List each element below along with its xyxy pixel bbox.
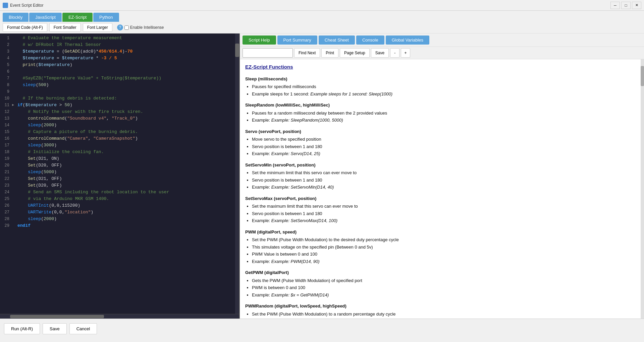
- table-row: 22 Set(D21, OFF): [0, 176, 239, 182]
- vertical-scrollbar[interactable]: [235, 33, 239, 314]
- cancel-button[interactable]: Cancel: [69, 323, 97, 334]
- help-section-setservomax: SetServoMax (servoPort, position): [245, 195, 639, 202]
- search-toolbar: Find Next Print Page Setup Save - +: [240, 47, 644, 59]
- table-row: 18 # Initialize the cooling fan.: [0, 149, 239, 155]
- font-larger-button[interactable]: Font Larger: [83, 23, 112, 32]
- editor-toolbar: Format Code (Alt-F) Font Smaller Font La…: [0, 22, 644, 33]
- help-bullets-pwm: Set the PWM (Pulse Width Modulation) to …: [252, 236, 639, 265]
- table-row: 27 UARTWrite(0,0,"location"): [0, 209, 239, 216]
- table-row: 20 Set(D20, OFF): [0, 162, 239, 169]
- title-bar-controls: ─ □ ✕: [610, 2, 641, 9]
- tab-port-summary[interactable]: Port Summary: [277, 36, 317, 45]
- save-bottom-button[interactable]: Save: [43, 323, 67, 334]
- table-row: 15 # Capture a picture of the burning de…: [0, 129, 239, 135]
- table-row: 1 # Evaluate the temperature measurement: [0, 35, 239, 42]
- zoom-in-button[interactable]: +: [401, 48, 410, 58]
- table-row: 14 sleep(2000): [0, 122, 239, 129]
- help-bullets-sleep: Pauses for specified milliseconds Exampl…: [252, 83, 639, 97]
- help-content-wrapper: EZ-Script Functions Sleep (milliseconds)…: [240, 59, 644, 319]
- tab-python[interactable]: Python: [93, 13, 119, 22]
- help-section-setservomin: SetServoMin (servoPort, position): [245, 162, 639, 168]
- intellisense-checkbox[interactable]: [124, 25, 129, 30]
- table-row: 19 Set(D21, ON): [0, 155, 239, 162]
- table-row: 7 #SayEZB("Temperature Value" + ToString…: [0, 75, 239, 82]
- help-content: EZ-Script Functions Sleep (milliseconds)…: [240, 59, 644, 319]
- main-layout: 1 # Evaluate the temperature measurement…: [0, 33, 644, 319]
- print-button[interactable]: Print: [321, 48, 338, 58]
- tab-blockly[interactable]: Blockly: [3, 13, 29, 22]
- save-button[interactable]: Save: [371, 48, 389, 58]
- font-smaller-button[interactable]: Font Smaller: [49, 23, 81, 32]
- code-area[interactable]: 1 # Evaluate the temperature measurement…: [0, 33, 239, 314]
- table-row: 9: [0, 88, 239, 95]
- tab-ezscript[interactable]: EZ-Script: [62, 13, 93, 22]
- zoom-out-button[interactable]: -: [390, 48, 399, 58]
- bottom-bar: Run (Alt-R) Save Cancel: [0, 319, 644, 339]
- title-bar-text: Event Script Editor: [10, 3, 43, 8]
- table-row: 11 ▶ if($temperature > 50): [0, 102, 239, 109]
- help-bullets-setservomin: Set the minimum limit that this servo ca…: [252, 169, 639, 191]
- help-circle-icon[interactable]: ?: [117, 24, 123, 30]
- title-bar: Event Script Editor ─ □ ✕: [0, 0, 644, 11]
- horizontal-scrollbar-thumb[interactable]: [10, 315, 104, 318]
- search-input[interactable]: [243, 48, 293, 58]
- tab-cheat-sheet[interactable]: Cheat Sheet: [319, 36, 355, 45]
- help-section-sleeprandom: SleepRandom (lowMilliSec, highMilliSec): [245, 102, 639, 109]
- editor-panel[interactable]: 1 # Evaluate the temperature measurement…: [0, 33, 240, 319]
- table-row: 25 # via the Arduino MKR GSM 1400.: [0, 196, 239, 202]
- table-row: 23 Set(D20, OFF): [0, 182, 239, 189]
- table-row: 29 endif: [0, 222, 239, 229]
- intellisense-section: ? Enable Intellisense: [117, 24, 164, 30]
- help-title: EZ-Script Functions: [245, 63, 639, 71]
- vertical-scrollbar-thumb[interactable]: [235, 44, 239, 57]
- table-row: 26 UARTInit(0,0,115200): [0, 202, 239, 209]
- tab-script-help[interactable]: Script Help: [243, 36, 276, 45]
- table-row: 16 controlCommand("Camera", "CameraSnaps…: [0, 135, 239, 142]
- help-bullets-sleeprandom: Pauses for a random millisecond delay be…: [252, 110, 639, 124]
- table-row: 3 $temperature = (GetADC(adc0)*450/614.4…: [0, 48, 239, 55]
- right-toolbar: Script Help Port Summary Cheat Sheet Con…: [240, 33, 644, 47]
- intellisense-label-text: Enable Intellisense: [130, 25, 164, 30]
- help-section-pwm: PWM (digitalPort, speed): [245, 229, 639, 235]
- minimize-button[interactable]: ─: [610, 2, 620, 9]
- right-panel: Script Help Port Summary Cheat Sheet Con…: [240, 33, 644, 319]
- table-row: 2 # w/ DFRobot IR Thermal Sensor: [0, 42, 239, 48]
- help-section-pwmrandom: PWMRandom (digitalPort, lowSpeed, highSp…: [245, 303, 639, 310]
- find-next-button[interactable]: Find Next: [294, 48, 320, 58]
- table-row: 8 sleep(500): [0, 82, 239, 88]
- help-bullets-setservomax: Set the maximum limit that this servo ca…: [252, 203, 639, 224]
- table-row: 4 $temperature = $temperature * -3 / 5: [0, 55, 239, 62]
- help-bullets-pwmrandom: Set the PWM (Pulse Width Modulation) to …: [252, 311, 639, 319]
- horizontal-scrollbar[interactable]: [0, 314, 239, 319]
- table-row: 6: [0, 68, 239, 75]
- run-button[interactable]: Run (Alt-R): [4, 323, 40, 334]
- help-bullets-getpwm: Gets the PWM (Pulse Width Modulation) of…: [252, 277, 639, 298]
- help-section-getpwm: GetPWM (digitalPort): [245, 269, 639, 276]
- format-code-button[interactable]: Format Code (Alt-F): [3, 23, 47, 32]
- right-panel-scrollbar-thumb[interactable]: [641, 66, 644, 86]
- table-row: 17 sleep(3000): [0, 142, 239, 149]
- tab-console[interactable]: Console: [356, 36, 384, 45]
- help-section-servo: Servo (servoPort, position): [245, 128, 639, 135]
- table-row: 10 # If the burning debris is detected:: [0, 95, 239, 102]
- table-row: 21 sleep(5000): [0, 169, 239, 176]
- app-icon: [3, 3, 8, 8]
- tab-javascript[interactable]: JavaScript: [29, 13, 62, 22]
- tab-global-variables[interactable]: Global Variables: [386, 36, 429, 45]
- language-tabs: Blockly JavaScript EZ-Script Python: [0, 11, 644, 22]
- table-row: 5 print($temperature): [0, 62, 239, 68]
- help-section-sleep: Sleep (milliseconds): [245, 76, 639, 82]
- help-bullets-servo: Move servo to the specified position Ser…: [252, 136, 639, 157]
- page-setup-button[interactable]: Page Setup: [340, 48, 370, 58]
- table-row: 24 # Send an SMS including the robot loc…: [0, 189, 239, 196]
- maximize-button[interactable]: □: [621, 2, 631, 9]
- close-button[interactable]: ✕: [632, 2, 641, 9]
- table-row: 13 controlCommand("Soundboard v4", "Trac…: [0, 115, 239, 122]
- right-panel-scrollbar[interactable]: [641, 59, 644, 319]
- table-row: 12 # Notify the user with the fire truck…: [0, 109, 239, 115]
- table-row: 28 sleep(2000): [0, 216, 239, 222]
